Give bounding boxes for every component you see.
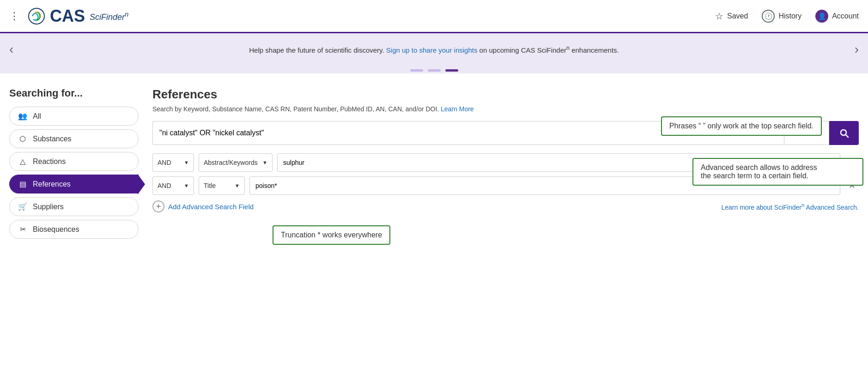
learn-more-advanced-link[interactable]: Learn more about SciFindern Advanced Sea… (721, 202, 859, 211)
all-icon: 👥 (18, 112, 27, 121)
menu-dots-icon[interactable]: ⋮ (9, 10, 19, 22)
banner-dot-1[interactable] (410, 69, 423, 72)
announcement-banner: ‹ Help shape the future of scientific di… (0, 33, 868, 73)
cas-logo-text: CAS (50, 6, 85, 26)
banner-text: Help shape the future of scientific disc… (249, 45, 619, 54)
tooltip-truncation: Truncation * works everywhere (273, 225, 390, 245)
sidebar-item-references[interactable]: ▤ References (9, 175, 139, 194)
sidebar-item-all-label: All (33, 112, 41, 121)
field-chevron-1: ▼ (262, 160, 267, 165)
operator-select-2[interactable]: AND ▼ (152, 176, 194, 195)
field-chevron-2: ▼ (235, 183, 240, 188)
search-icon (838, 127, 850, 139)
svg-point-0 (29, 8, 44, 24)
sidebar-item-references-label: References (33, 180, 71, 188)
banner-link[interactable]: Sign up to share your insights (386, 46, 478, 54)
banner-prev-button[interactable]: ‹ (9, 42, 13, 57)
banner-pagination (0, 66, 868, 73)
sidebar-item-all[interactable]: 👥 All (9, 107, 139, 126)
substances-icon: ⬡ (18, 134, 27, 143)
cas-logo-icon (28, 7, 45, 25)
nav-actions: ☆ Saved 🕐 History 👤 Account (715, 10, 859, 23)
history-button[interactable]: 🕐 History (762, 10, 801, 23)
search-area: References Search by Keyword, Substance … (152, 87, 859, 245)
tooltip-phrases: Phrases “ ” only work at the top search … (661, 116, 822, 136)
scifinder-superscript: n (125, 10, 128, 18)
add-field-row: + Add Advanced Search Field Learn more a… (152, 200, 859, 212)
sidebar-item-suppliers[interactable]: 🛒 Suppliers (9, 197, 139, 216)
references-icon: ▤ (18, 180, 27, 188)
banner-next-button[interactable]: › (855, 42, 859, 57)
add-advanced-field-button[interactable]: + Add Advanced Search Field (152, 200, 254, 212)
field-select-1[interactable]: Abstract/Keywords ▼ (199, 153, 273, 172)
add-icon: + (152, 200, 164, 212)
logo-area: CAS SciFindern (28, 6, 128, 26)
search-title: References (152, 87, 859, 102)
operator-chevron-2: ▼ (184, 183, 189, 188)
sidebar-item-substances[interactable]: ⬡ Substances (9, 129, 139, 148)
reactions-icon: △ (18, 157, 27, 166)
sidebar-item-reactions[interactable]: △ Reactions (9, 152, 139, 171)
sidebar-item-suppliers-label: Suppliers (33, 203, 64, 211)
banner-dot-2[interactable] (428, 69, 441, 72)
operator-chevron-1: ▼ (184, 160, 189, 165)
sidebar: Searching for... 👥 All ⬡ Substances △ Re… (9, 87, 139, 245)
main-layout: Searching for... 👥 All ⬡ Substances △ Re… (0, 73, 868, 259)
sidebar-title: Searching for... (9, 87, 139, 99)
learn-more-link-subtitle[interactable]: Learn More (441, 105, 474, 113)
sidebar-item-biosequences[interactable]: ✂ Biosequences (9, 220, 139, 239)
account-button[interactable]: 👤 Account (815, 10, 859, 23)
search-button[interactable] (829, 121, 859, 145)
history-icon: 🕐 (762, 10, 775, 23)
search-subtitle: Search by Keyword, Substance Name, CAS R… (152, 105, 859, 113)
tooltip-advanced: Advanced search allows to address the se… (692, 158, 863, 186)
sidebar-item-reactions-label: Reactions (33, 157, 66, 166)
field-select-2[interactable]: Title ▼ (199, 176, 245, 195)
operator-select-1[interactable]: AND ▼ (152, 153, 194, 172)
banner-dot-3[interactable] (445, 69, 458, 72)
scifinder-label: SciFindern (90, 10, 128, 22)
biosequences-icon: ✂ (18, 225, 27, 234)
saved-button[interactable]: ☆ Saved (715, 11, 748, 22)
sidebar-item-substances-label: Substances (33, 135, 72, 143)
sidebar-item-biosequences-label: Biosequences (33, 225, 79, 234)
top-navigation: ⋮ CAS SciFindern ☆ Saved 🕐 History 👤 Acc… (0, 0, 868, 33)
account-icon: 👤 (815, 10, 828, 23)
suppliers-icon: 🛒 (18, 202, 27, 211)
